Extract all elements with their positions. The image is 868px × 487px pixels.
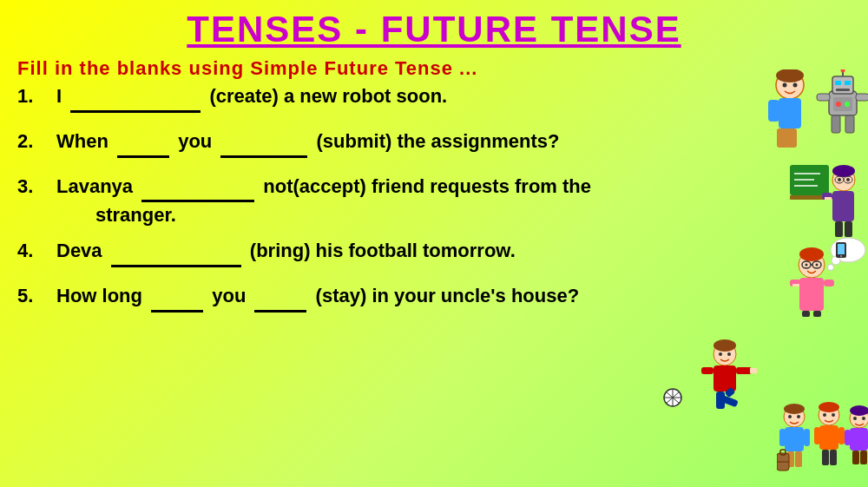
svg-point-22 — [845, 102, 850, 107]
svg-rect-67 — [701, 367, 713, 374]
svg-point-52 — [816, 264, 819, 267]
svg-rect-96 — [852, 451, 859, 464]
subtitle: Fill in the blanks using Simple Future T… — [0, 50, 868, 83]
q1-subject: I — [56, 85, 62, 107]
svg-point-91 — [853, 417, 857, 420]
svg-point-72 — [784, 404, 805, 414]
svg-rect-35 — [832, 191, 854, 221]
q3-continuation: stranger. — [56, 202, 851, 229]
svg-point-62 — [719, 352, 722, 356]
svg-rect-75 — [785, 427, 804, 451]
questions-area: 1. I (create) a new robot soon. 2. When … — [0, 83, 868, 313]
svg-rect-18 — [832, 115, 840, 133]
svg-rect-65 — [736, 367, 752, 374]
q3-text: Lavanya not(accept) friend requests from… — [56, 174, 851, 230]
q4-subject: Deva — [56, 240, 102, 261]
svg-rect-77 — [804, 429, 810, 446]
svg-point-90 — [850, 405, 868, 416]
q2-verb: (submit) the assignments? — [317, 130, 560, 152]
svg-rect-94 — [845, 430, 851, 445]
svg-rect-93 — [850, 428, 868, 451]
svg-point-73 — [788, 415, 792, 418]
svg-rect-57 — [802, 311, 810, 317]
q4-number: 4. — [17, 238, 56, 265]
svg-rect-3 — [790, 100, 801, 122]
question-4: 4. Deva (bring) his football tomorrow. — [17, 238, 851, 267]
svg-rect-56 — [824, 280, 834, 286]
page-title: TENSES - FUTURE TENSE — [0, 0, 868, 50]
svg-rect-37 — [825, 197, 832, 200]
q5-blank2[interactable] — [254, 283, 306, 313]
svg-point-21 — [836, 102, 841, 107]
q5-blank1[interactable] — [151, 283, 203, 313]
q4-blank[interactable] — [111, 238, 241, 267]
svg-point-63 — [727, 352, 731, 356]
svg-rect-88 — [830, 450, 837, 465]
q3-blank[interactable] — [141, 174, 254, 203]
svg-rect-86 — [838, 427, 845, 444]
q4-verb: (bring) his football tomorrow. — [250, 240, 516, 261]
q4-text: Deva (bring) his football tomorrow. — [56, 238, 851, 267]
q1-number: 1. — [17, 83, 56, 110]
svg-point-7 — [783, 83, 787, 88]
q2-you: you — [178, 130, 212, 152]
svg-rect-44 — [838, 244, 845, 254]
svg-point-42 — [828, 265, 834, 271]
svg-rect-16 — [817, 94, 830, 101]
svg-rect-85 — [814, 427, 820, 444]
svg-point-74 — [797, 415, 800, 418]
svg-point-45 — [840, 255, 842, 257]
q2-blank1[interactable] — [117, 128, 169, 158]
question-5: 5. How long you (stay) in your uncle's h… — [17, 283, 851, 313]
svg-rect-53 — [799, 278, 824, 311]
q1-verb: (create) a new robot soon. — [209, 85, 447, 107]
svg-point-12 — [841, 69, 845, 73]
q2-text: When you (submit) the assignments? — [56, 128, 851, 158]
q1-text: I (create) a new robot soon. — [56, 83, 851, 113]
illustration-q4 — [660, 339, 755, 408]
svg-rect-13 — [835, 81, 841, 85]
illustration-q2 — [790, 161, 859, 230]
q1-blank[interactable] — [70, 83, 201, 113]
svg-point-47 — [799, 247, 824, 261]
illustration-q3 — [786, 234, 864, 313]
svg-rect-17 — [856, 94, 868, 101]
q2-number: 2. — [17, 128, 56, 155]
svg-rect-97 — [860, 451, 867, 464]
svg-point-51 — [806, 264, 808, 267]
svg-point-29 — [832, 165, 855, 177]
svg-rect-66 — [750, 368, 757, 373]
svg-rect-5 — [786, 128, 797, 148]
svg-rect-14 — [845, 81, 851, 85]
svg-rect-55 — [792, 284, 799, 286]
q3-subject: Lavanya — [56, 175, 133, 197]
svg-rect-2 — [768, 100, 779, 122]
svg-rect-64 — [713, 365, 736, 392]
svg-point-92 — [862, 417, 865, 420]
illustration-q5 — [777, 399, 864, 477]
q2-blank2[interactable] — [220, 128, 307, 158]
q5-verb: (stay) in your uncle's house? — [316, 285, 580, 306]
svg-rect-15 — [836, 89, 850, 91]
svg-rect-79 — [795, 451, 802, 467]
svg-rect-87 — [822, 450, 829, 465]
q3-verb: not(accept) friend requests from the — [263, 175, 591, 197]
svg-point-82 — [823, 413, 826, 417]
q5-text: How long you (stay) in your uncle's hous… — [56, 283, 851, 313]
svg-rect-76 — [779, 429, 786, 446]
illustration-q1 — [760, 69, 864, 156]
q5-howlong: How long — [56, 285, 142, 306]
q5-you: you — [212, 285, 246, 306]
svg-point-8 — [793, 83, 798, 88]
svg-rect-58 — [813, 311, 821, 317]
q5-number: 5. — [17, 283, 56, 310]
svg-rect-84 — [819, 425, 838, 450]
svg-point-81 — [819, 402, 839, 412]
question-2: 2. When you (submit) the assignments? — [17, 128, 851, 158]
q3-number: 3. — [17, 174, 56, 201]
svg-point-31 — [846, 178, 850, 181]
q2-when: When — [56, 130, 108, 152]
question-3: 3. Lavanya not(accept) friend requests f… — [17, 174, 851, 230]
svg-point-83 — [832, 413, 835, 417]
svg-point-61 — [713, 339, 736, 352]
